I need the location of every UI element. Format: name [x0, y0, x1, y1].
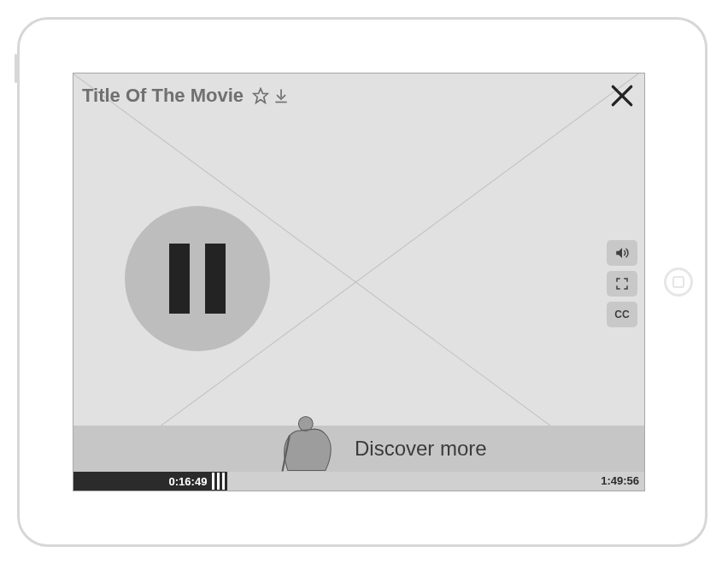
discover-label: Discover more	[355, 437, 487, 461]
svg-marker-3	[616, 248, 622, 258]
close-icon[interactable]	[608, 82, 636, 109]
star-icon[interactable]	[252, 87, 269, 104]
secondary-controls: CC	[607, 240, 637, 332]
discover-banner[interactable]: Discover more	[73, 426, 644, 472]
pause-icon	[169, 244, 190, 314]
volume-button[interactable]	[607, 240, 637, 266]
figure-icon	[273, 408, 345, 472]
player-header: Title Of The Movie	[82, 82, 636, 109]
total-time: 1:49:56	[601, 474, 639, 487]
fullscreen-button[interactable]	[607, 271, 637, 297]
home-button[interactable]	[664, 267, 693, 297]
elapsed-time: 0:16:49	[169, 475, 208, 488]
svg-marker-0	[254, 89, 268, 103]
progress-bar[interactable]: 0:16:49 1:49:56	[73, 472, 644, 491]
video-player: Title Of The Movie	[73, 73, 645, 491]
download-icon[interactable]	[273, 87, 290, 104]
pause-button[interactable]	[125, 206, 270, 351]
tablet-frame: Title Of The Movie	[17, 17, 707, 547]
cc-label: CC	[614, 309, 629, 320]
movie-title: Title Of The Movie	[82, 85, 244, 107]
pause-icon	[205, 244, 226, 314]
progress-elapsed: 0:16:49	[73, 472, 227, 491]
scrubber-handle[interactable]	[212, 472, 227, 491]
captions-button[interactable]: CC	[607, 302, 637, 327]
